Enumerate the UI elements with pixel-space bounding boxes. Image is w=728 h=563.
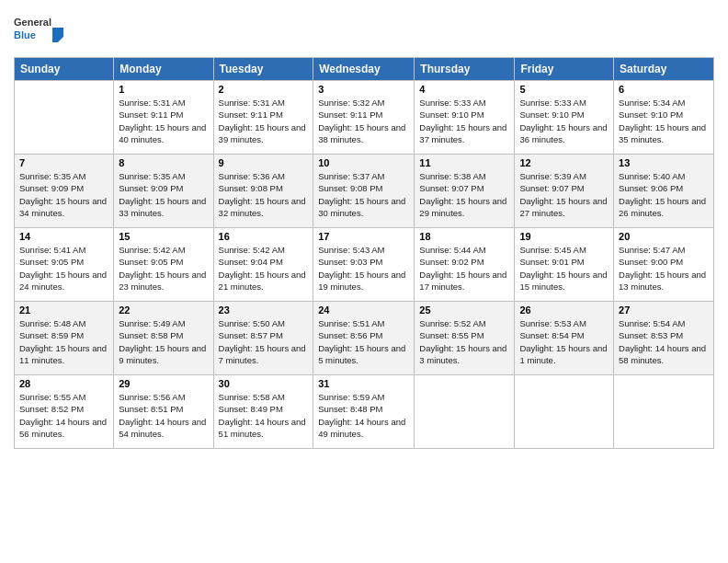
day-info: Sunrise: 5:33 AMSunset: 9:10 PMDaylight:… [519,97,609,145]
day-number: 20 [619,231,709,242]
day-number: 11 [419,157,509,168]
day-info: Sunrise: 5:35 AMSunset: 9:09 PMDaylight:… [119,170,208,219]
day-info: Sunrise: 5:50 AMSunset: 8:57 PMDaylight:… [219,317,309,366]
day-number: 6 [619,84,709,95]
calendar-cell: 28Sunrise: 5:55 AMSunset: 8:52 PMDayligh… [15,375,114,449]
day-number: 5 [519,84,609,95]
calendar-cell [415,375,515,449]
day-info: Sunrise: 5:54 AMSunset: 8:53 PMDaylight:… [619,317,709,366]
day-number: 8 [119,157,208,168]
day-info: Sunrise: 5:33 AMSunset: 9:10 PMDaylight:… [419,97,509,145]
day-info: Sunrise: 5:31 AMSunset: 9:11 PMDaylight:… [219,97,309,145]
header-area: General Blue [14,9,714,53]
weekday-header-monday: Monday [114,58,213,81]
calendar-cell: 24Sunrise: 5:51 AMSunset: 8:56 PMDayligh… [313,302,415,375]
day-info: Sunrise: 5:48 AMSunset: 8:59 PMDaylight:… [19,317,108,366]
calendar-cell: 5Sunrise: 5:33 AMSunset: 9:10 PMDaylight… [515,81,614,155]
day-number: 27 [619,304,709,316]
day-number: 22 [119,304,208,316]
calendar-cell: 11Sunrise: 5:38 AMSunset: 9:07 PMDayligh… [415,155,515,228]
calendar-cell: 9Sunrise: 5:36 AMSunset: 9:08 PMDaylight… [213,155,313,228]
calendar-week-1: 1Sunrise: 5:31 AMSunset: 9:11 PMDaylight… [15,81,714,155]
day-number: 1 [119,84,208,95]
calendar-cell: 10Sunrise: 5:37 AMSunset: 9:08 PMDayligh… [313,155,415,228]
calendar-cell: 6Sunrise: 5:34 AMSunset: 9:10 PMDaylight… [614,81,714,155]
day-number: 21 [19,304,108,316]
calendar-cell: 27Sunrise: 5:54 AMSunset: 8:53 PMDayligh… [614,302,714,375]
calendar-cell: 14Sunrise: 5:41 AMSunset: 9:05 PMDayligh… [15,228,114,302]
svg-marker-1 [52,28,63,42]
calendar-cell: 12Sunrise: 5:39 AMSunset: 9:07 PMDayligh… [515,155,614,228]
calendar-cell: 2Sunrise: 5:31 AMSunset: 9:11 PMDaylight… [213,81,313,155]
day-number: 31 [318,378,409,389]
weekday-header-friday: Friday [515,58,614,81]
day-info: Sunrise: 5:41 AMSunset: 9:05 PMDaylight:… [19,244,108,293]
day-number: 10 [318,157,409,168]
calendar-cell: 25Sunrise: 5:52 AMSunset: 8:55 PMDayligh… [415,302,515,375]
day-number: 29 [119,378,208,389]
day-number: 23 [219,304,309,316]
calendar-cell: 16Sunrise: 5:42 AMSunset: 9:04 PMDayligh… [213,228,313,302]
calendar-cell: 30Sunrise: 5:58 AMSunset: 8:49 PMDayligh… [213,375,313,449]
day-info: Sunrise: 5:45 AMSunset: 9:01 PMDaylight:… [519,244,609,293]
calendar-week-3: 14Sunrise: 5:41 AMSunset: 9:05 PMDayligh… [15,228,714,302]
page-container: General Blue SundayMondayTuesdayWednesda… [0,0,728,458]
calendar-cell: 8Sunrise: 5:35 AMSunset: 9:09 PMDaylight… [114,155,213,228]
day-number: 17 [318,231,409,242]
calendar-cell: 19Sunrise: 5:45 AMSunset: 9:01 PMDayligh… [515,228,614,302]
day-info: Sunrise: 5:36 AMSunset: 9:08 PMDaylight:… [219,170,309,219]
calendar-week-5: 28Sunrise: 5:55 AMSunset: 8:52 PMDayligh… [15,375,714,449]
day-number: 7 [19,157,108,168]
day-info: Sunrise: 5:52 AMSunset: 8:55 PMDaylight:… [419,317,509,366]
day-number: 12 [519,157,609,168]
calendar-cell [614,375,714,449]
logo: General Blue [14,13,69,53]
day-number: 25 [419,304,509,316]
day-number: 14 [19,231,108,242]
day-info: Sunrise: 5:42 AMSunset: 9:04 PMDaylight:… [219,244,309,293]
calendar-cell: 18Sunrise: 5:44 AMSunset: 9:02 PMDayligh… [415,228,515,302]
calendar-cell: 7Sunrise: 5:35 AMSunset: 9:09 PMDaylight… [15,155,114,228]
day-number: 9 [219,157,309,168]
day-number: 26 [519,304,609,316]
svg-text:Blue: Blue [14,29,36,40]
day-info: Sunrise: 5:51 AMSunset: 8:56 PMDaylight:… [318,317,409,366]
day-info: Sunrise: 5:55 AMSunset: 8:52 PMDaylight:… [19,391,108,440]
day-number: 19 [519,231,609,242]
svg-text:General: General [14,17,51,28]
day-number: 15 [119,231,208,242]
calendar-cell: 13Sunrise: 5:40 AMSunset: 9:06 PMDayligh… [614,155,714,228]
calendar-week-4: 21Sunrise: 5:48 AMSunset: 8:59 PMDayligh… [15,302,714,375]
calendar-cell [515,375,614,449]
day-info: Sunrise: 5:56 AMSunset: 8:51 PMDaylight:… [119,391,208,440]
calendar-cell: 21Sunrise: 5:48 AMSunset: 8:59 PMDayligh… [15,302,114,375]
calendar-header-row: SundayMondayTuesdayWednesdayThursdayFrid… [15,58,714,81]
weekday-header-tuesday: Tuesday [213,58,313,81]
calendar-cell: 23Sunrise: 5:50 AMSunset: 8:57 PMDayligh… [213,302,313,375]
day-info: Sunrise: 5:42 AMSunset: 9:05 PMDaylight:… [119,244,208,293]
day-number: 16 [219,231,309,242]
day-info: Sunrise: 5:32 AMSunset: 9:11 PMDaylight:… [318,97,409,145]
calendar-cell: 1Sunrise: 5:31 AMSunset: 9:11 PMDaylight… [114,81,213,155]
day-number: 3 [318,84,409,95]
day-info: Sunrise: 5:35 AMSunset: 9:09 PMDaylight:… [19,170,108,219]
day-info: Sunrise: 5:38 AMSunset: 9:07 PMDaylight:… [419,170,509,219]
day-info: Sunrise: 5:37 AMSunset: 9:08 PMDaylight:… [318,170,409,219]
calendar-cell: 20Sunrise: 5:47 AMSunset: 9:00 PMDayligh… [614,228,714,302]
day-info: Sunrise: 5:58 AMSunset: 8:49 PMDaylight:… [219,391,309,440]
calendar-cell: 3Sunrise: 5:32 AMSunset: 9:11 PMDaylight… [313,81,415,155]
weekday-header-saturday: Saturday [614,58,714,81]
calendar-cell: 22Sunrise: 5:49 AMSunset: 8:58 PMDayligh… [114,302,213,375]
day-info: Sunrise: 5:44 AMSunset: 9:02 PMDaylight:… [419,244,509,293]
day-info: Sunrise: 5:49 AMSunset: 8:58 PMDaylight:… [119,317,208,366]
day-number: 28 [19,378,108,389]
calendar-cell: 4Sunrise: 5:33 AMSunset: 9:10 PMDaylight… [415,81,515,155]
day-number: 24 [318,304,409,316]
weekday-header-sunday: Sunday [15,58,114,81]
weekday-header-thursday: Thursday [415,58,515,81]
day-info: Sunrise: 5:34 AMSunset: 9:10 PMDaylight:… [619,97,709,145]
day-info: Sunrise: 5:40 AMSunset: 9:06 PMDaylight:… [619,170,709,219]
day-info: Sunrise: 5:31 AMSunset: 9:11 PMDaylight:… [119,97,208,145]
calendar-cell [15,81,114,155]
calendar-cell: 29Sunrise: 5:56 AMSunset: 8:51 PMDayligh… [114,375,213,449]
